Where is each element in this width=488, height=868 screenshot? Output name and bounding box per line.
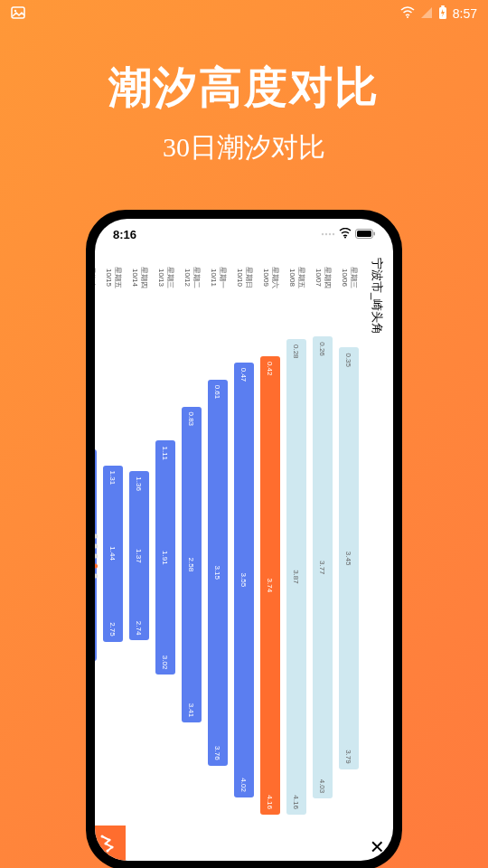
signal-icon (420, 6, 433, 22)
low-value: 1.31 (109, 471, 117, 486)
high-value: 4.16 (267, 795, 275, 809)
pagination-dot[interactable] (95, 564, 98, 569)
svg-point-17 (107, 850, 109, 853)
inner-battery-icon (355, 228, 375, 241)
pagination-dots[interactable] (95, 534, 98, 579)
chart-rotated-container: 宁波市_崎头角 ✕ 星期三10/060.353.453.79星期四10/070.… (95, 407, 393, 705)
chart-row: 星期六10/090.423.744.16 (258, 250, 282, 861)
chart-row: 星期四10/070.263.774.03 (311, 250, 334, 861)
tide-bar: 0.613.153.76 (208, 380, 228, 766)
battery-icon (438, 5, 447, 23)
row-date-label: 星期五10/15 (105, 250, 122, 305)
high-value: 4.02 (240, 778, 249, 792)
row-date-label: 星期二10/12 (183, 250, 201, 305)
svg-point-6 (325, 232, 327, 234)
svg-point-14 (108, 839, 111, 842)
tide-bar: 0.353.453.79 (339, 347, 359, 769)
mid-value: 3.55 (240, 573, 249, 588)
chart-row: 星期二10/120.832.583.41 (180, 250, 203, 861)
svg-rect-4 (441, 5, 445, 7)
low-value: 0.42 (267, 362, 275, 376)
location-label: 宁波市_崎头角 (369, 258, 385, 335)
bar-track: 1.111.913.02 (155, 305, 175, 861)
chart-row: 星期日10/100.473.554.02 (232, 250, 256, 861)
bar-track: 0.283.874.16 (286, 305, 306, 861)
inner-signal-icon (321, 228, 335, 241)
chart-row: 星期三10/131.111.913.02 (154, 250, 177, 861)
tide-bar: 0.832.583.41 (182, 407, 202, 723)
tide-bar: 1.111.913.02 (155, 440, 175, 675)
chart-header: 宁波市_崎头角 ✕ (361, 250, 388, 861)
wifi-icon (400, 6, 415, 22)
close-icon[interactable]: ✕ (366, 839, 388, 854)
mid-value: 3.87 (293, 570, 301, 584)
bar-track: 1.311.442.75 (103, 305, 123, 861)
low-value: 0.83 (188, 412, 196, 427)
chart-row: 星期四10/141.361.372.74 (127, 250, 151, 861)
chart-rows: 星期三10/060.353.453.79星期四10/070.263.774.03… (95, 250, 361, 861)
inner-status-bar: 8:16 (95, 219, 393, 250)
bar-track: 0.473.554.02 (234, 305, 254, 861)
hero-section: 潮汐高度对比 30日潮汐对比 (0, 27, 488, 166)
low-value: 0.26 (319, 342, 327, 356)
tide-bar: 0.473.554.02 (234, 363, 254, 797)
mid-value: 1.91 (162, 551, 170, 565)
tide-bar: 0.263.774.03 (313, 336, 333, 798)
bar-track: 0.832.583.41 (182, 305, 202, 861)
svg-point-2 (407, 16, 408, 18)
mid-value: 3.45 (345, 552, 353, 566)
chart-row: 星期一10/110.613.153.76 (206, 250, 230, 861)
row-date-label: 星期五10/08 (288, 250, 305, 305)
chart-row: 星期五10/080.283.874.16 (285, 250, 308, 861)
tide-bar: 0.423.744.16 (260, 356, 280, 815)
svg-point-1 (14, 9, 16, 11)
phone-mockup: 8:16 宁波市_崎头角 ✕ 星期三10/060.353.453.79 (86, 210, 402, 868)
svg-point-9 (344, 236, 346, 238)
bar-track: 0.353.453.79 (339, 305, 359, 861)
tide-bar: 1.311.442.75 (103, 466, 123, 642)
pagination-dot[interactable] (95, 554, 98, 559)
mid-value: 3.77 (319, 561, 327, 575)
pagination-dot[interactable] (95, 534, 98, 539)
row-date-label: 星期四10/07 (314, 250, 332, 305)
chart-row: 星期五10/151.311.442.75 (101, 250, 125, 861)
pagination-dot[interactable] (95, 574, 98, 579)
mid-value: 1.37 (136, 549, 144, 563)
bar-track: 0.263.774.03 (313, 305, 333, 861)
outer-status-bar: 8:57 (0, 0, 488, 27)
row-date-label: 星期日10/10 (236, 250, 253, 305)
bar-track: 1.181.732.91 (95, 305, 97, 861)
mid-value: 2.58 (188, 558, 196, 572)
low-value: 0.28 (293, 344, 301, 359)
high-value: 3.76 (214, 746, 222, 760)
inner-time: 8:16 (113, 228, 136, 241)
mid-value: 1.44 (109, 546, 117, 561)
tide-bar: 0.283.874.16 (286, 339, 306, 815)
svg-point-16 (111, 846, 114, 849)
high-value: 4.16 (293, 795, 301, 809)
row-date-label: 星期三10/13 (157, 250, 174, 305)
outer-time: 8:57 (453, 6, 477, 21)
inner-wifi-icon (339, 228, 352, 241)
svg-rect-11 (357, 231, 371, 237)
svg-point-15 (105, 843, 108, 845)
row-date-label: 星期六10/09 (262, 250, 279, 305)
mid-value: 3.74 (267, 579, 275, 593)
bar-track: 0.613.153.76 (208, 305, 228, 861)
high-value: 4.03 (319, 779, 327, 794)
chart-toggle-button[interactable] (95, 826, 126, 861)
high-value: 2.74 (136, 621, 144, 636)
page-subtitle: 30日潮汐对比 (0, 129, 488, 166)
svg-point-7 (329, 232, 331, 234)
pagination-dot[interactable] (95, 544, 98, 549)
phone-screen: 8:16 宁波市_崎头角 ✕ 星期三10/060.353.453.79 (95, 219, 393, 861)
gallery-icon (11, 5, 25, 23)
low-value: 0.35 (345, 353, 353, 367)
mid-value: 3.15 (214, 565, 222, 580)
row-date-label: 星期四10/14 (131, 250, 148, 305)
low-value: 1.11 (162, 446, 170, 460)
svg-point-13 (101, 835, 104, 838)
svg-rect-12 (374, 231, 376, 235)
low-value: 1.36 (136, 476, 144, 491)
low-value: 0.47 (240, 368, 249, 382)
